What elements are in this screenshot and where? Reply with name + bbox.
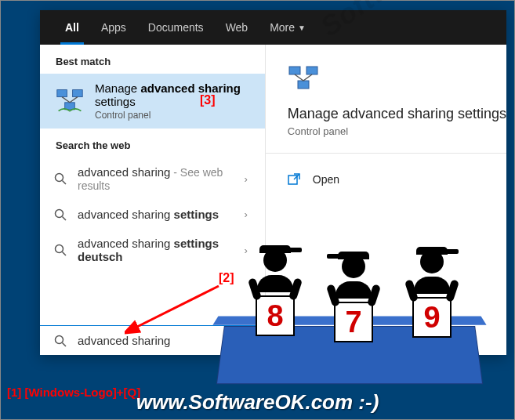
svg-line-3 [62,97,70,103]
best-match-title: Manage advanced sharing settings [95,81,249,108]
svg-line-17 [303,74,312,81]
best-match-item[interactable]: Manage advanced sharing settings Control… [40,74,265,129]
chevron-right-icon: › [244,208,250,220]
chevron-down-icon: ▼ [298,24,306,32]
search-input-row [40,325,265,355]
web-result-text: advanced sharing settings [78,208,233,221]
tab-documents-label: Documents [148,21,204,34]
svg-rect-13 [289,67,300,74]
search-panel: All Apps Documents Web More▼ Best match [40,10,506,355]
tab-apps[interactable]: Apps [90,10,137,45]
tab-all[interactable]: All [54,10,90,45]
best-match-subtitle: Control panel [95,110,249,121]
divider [266,153,506,154]
best-match-header: Best match [40,45,265,74]
svg-point-5 [56,174,63,182]
tab-apps-label: Apps [101,21,126,34]
annotation-1: [1] [Windows-Logo]+[Q] [7,386,140,399]
svg-line-6 [63,181,67,185]
details-subtitle: Control panel [288,125,506,137]
details-title: Manage advanced sharing settings [288,106,506,122]
open-action[interactable]: Open [288,168,506,191]
tab-all-label: All [65,21,79,34]
search-icon [54,172,67,185]
tab-web-label: Web [226,21,248,34]
svg-line-4 [70,97,78,103]
open-icon [288,172,302,186]
web-result-text: advanced sharing settings deutsch [78,237,233,263]
chevron-right-icon: › [244,244,250,256]
svg-point-11 [56,335,63,343]
search-icon [54,335,67,347]
chevron-right-icon: › [244,173,250,185]
svg-line-8 [63,216,67,220]
web-result-item[interactable]: advanced sharing settings deutsch › [40,229,265,271]
search-input[interactable] [78,334,251,347]
search-web-header: Search the web [40,129,265,158]
web-results-list: advanced sharing - See web results › adv… [40,158,265,271]
best-match-text: Manage advanced sharing settings Control… [95,81,249,121]
svg-point-9 [56,245,63,253]
web-result-item[interactable]: advanced sharing settings › [40,200,265,229]
panel-body: Best match Manage advanced sh [40,45,506,355]
web-result-text: advanced sharing - See web results [78,165,233,192]
tab-more[interactable]: More▼ [259,10,317,45]
svg-rect-15 [298,81,309,89]
network-sharing-icon [288,63,319,95]
search-tab-bar: All Apps Documents Web More▼ [40,10,506,45]
svg-rect-1 [73,90,83,97]
tab-web[interactable]: Web [215,10,259,45]
svg-line-10 [63,252,67,256]
tab-more-label: More [270,21,295,34]
web-result-item[interactable]: advanced sharing - See web results › [40,158,265,200]
svg-line-16 [295,74,303,81]
open-label: Open [313,173,339,186]
details-column: Manage advanced sharing settings Control… [266,45,506,355]
window-frame: All Apps Documents Web More▼ Best match [0,0,515,420]
svg-rect-0 [57,90,67,97]
search-icon [54,208,67,221]
search-icon [54,244,67,256]
svg-rect-14 [306,67,317,74]
watermark-bottom: www.SoftwareOK.com :-) [1,390,514,415]
results-column: Best match Manage advanced sh [40,45,266,355]
svg-line-12 [63,342,67,346]
network-sharing-icon [56,87,84,115]
tab-documents[interactable]: Documents [137,10,215,45]
svg-point-7 [56,209,63,217]
